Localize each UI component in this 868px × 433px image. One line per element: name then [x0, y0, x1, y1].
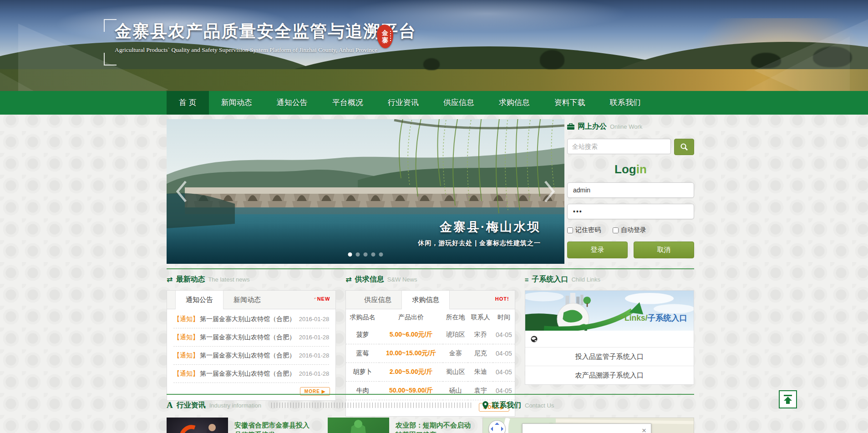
carousel-prev-button[interactable] — [175, 180, 188, 203]
new-badge: ⌐NEW — [314, 296, 330, 302]
latest-news-title-en: The latest news — [208, 276, 249, 283]
divider — [167, 268, 694, 269]
industry-news-item[interactable]: 农业部：短期内不会启动转基因口粮产... — [328, 418, 473, 433]
nav-item-demand[interactable]: 求购信息 — [487, 91, 542, 115]
news-date: 2016-01-28 — [299, 370, 330, 377]
nav-item-platform[interactable]: 平台概况 — [320, 91, 376, 115]
news-title: 第一届金寨大别山农特馆（合肥）农... — [200, 370, 295, 378]
news-list-item[interactable]: 【通知】 第一届金寨大别山农特馆（合肥）农... 2016-01-28 — [173, 365, 329, 383]
title-corner-bracket — [104, 53, 117, 65]
latest-news-title: 最新动态 — [176, 275, 205, 284]
login-title: Login — [567, 162, 694, 176]
industry-news-title: 安徽省合肥市金寨县投入品监管系统发... — [228, 418, 312, 433]
cell-product: 牛肉 — [346, 382, 379, 400]
news-list-item[interactable]: 【通知】 第一届金寨大别山农特馆（合肥）农... 2016-01-28 — [173, 347, 329, 365]
table-row[interactable]: 菠萝 5.00~6.00元/斤 琥珀区 宋乔 04-05 — [346, 326, 514, 344]
auto-login-label: 自动登录 — [621, 226, 646, 234]
divider — [167, 394, 694, 395]
news-date: 2016-01-28 — [299, 316, 330, 322]
password-field[interactable] — [567, 204, 694, 219]
industry-title-en: Industry information — [209, 402, 261, 409]
carousel-next-button[interactable] — [543, 180, 556, 203]
news-tag: 【通知】 — [173, 352, 199, 360]
carousel-dot[interactable] — [356, 252, 360, 257]
table-row[interactable]: 牛肉 50.00~59.00/斤 砀山 袁宇 04-05 — [346, 382, 514, 400]
tab-supply-info[interactable]: 供应信息 — [354, 291, 401, 309]
table-row[interactable]: 胡萝卜 2.00~5.00元/斤 蜀山区 朱迪 04-05 — [346, 363, 514, 382]
cancel-button[interactable]: 取消 — [634, 242, 694, 258]
arrow-up-to-line-icon — [782, 394, 793, 405]
carousel-caption-title: 金寨县·梅山水坝 — [418, 219, 541, 235]
demand-table-header-row: 求购品名 产品出价 所在地 联系人 时间 — [346, 309, 514, 326]
latest-news-card: 通知公告 新闻动态 ⌐NEW 【通知】 第一届金寨大别山农特馆（合肥）农... … — [167, 290, 336, 401]
username-field[interactable] — [567, 182, 694, 198]
remember-label: 记住密码 — [575, 226, 601, 234]
online-work-title: 网上办公 — [578, 122, 607, 131]
carousel-dot[interactable] — [348, 252, 352, 257]
search-button[interactable] — [674, 139, 694, 155]
news-list-item[interactable]: 【通知】 第一届金寨大别山农特馆（合肥）农... 2016-01-28 — [173, 310, 329, 328]
table-row[interactable]: 蓝莓 10.00~15.00元/斤 金寨 尼克 04-05 — [346, 344, 514, 363]
login-button[interactable]: 登录 — [567, 242, 628, 258]
remember-checkbox-input[interactable] — [567, 227, 573, 233]
nav-item-supply[interactable]: 供应信息 — [431, 91, 487, 115]
nav-item-industry[interactable]: 行业资讯 — [376, 91, 431, 115]
cell-product: 胡萝卜 — [346, 363, 379, 382]
contact-map[interactable]: × — [482, 418, 694, 433]
news-title: 第一届金寨大别山农特馆（合肥）农... — [200, 352, 295, 360]
cell-price: 50.00~59.00/斤 — [379, 382, 443, 400]
svg-text:Links/子系统入口: Links/子系统入口 — [624, 313, 687, 322]
cell-time: 04-05 — [493, 382, 514, 400]
remember-password-checkbox[interactable]: 记住密码 — [567, 226, 601, 234]
nav-item-downloads[interactable]: 资料下载 — [542, 91, 598, 115]
cell-product: 蓝莓 — [346, 344, 379, 363]
site-search-input[interactable] — [567, 139, 671, 154]
tab-notices[interactable]: 通知公告 — [175, 291, 223, 309]
cell-location: 金寨 — [443, 344, 468, 363]
nav-item-contact[interactable]: 联系我们 — [598, 91, 653, 115]
link-input-supervision[interactable]: 投入品监管子系统入口 — [525, 347, 694, 366]
col-price: 产品出价 — [379, 309, 443, 326]
vertical-lines-separator — [271, 403, 472, 408]
close-icon[interactable]: × — [642, 427, 646, 433]
seal-dots — [390, 31, 391, 42]
supply-demand-title-en: S&W News — [387, 276, 417, 283]
industry-news-title: 农业部：短期内不会启动转基因口粮产... — [389, 418, 473, 433]
contact-section: 联系我们 Contact Us × — [482, 399, 694, 433]
nav-item-home[interactable]: 首 页 — [167, 91, 209, 115]
cell-price: 10.00~15.00元/斤 — [379, 344, 443, 363]
new-badge-text: NEW — [317, 296, 330, 302]
cell-time: 04-05 — [493, 344, 514, 363]
cell-contact: 尼克 — [468, 344, 493, 363]
back-to-top-button[interactable] — [779, 390, 797, 408]
child-links-title-en: Child Links — [571, 276, 600, 283]
tab-demand-info[interactable]: 求购信息 — [401, 291, 450, 309]
seal-char: 金 — [382, 29, 388, 36]
news-list-item[interactable]: 【通知】 第一届金寨大别山农特馆（合肥）农... 2016-01-28 — [173, 328, 329, 347]
seal-char: 寨 — [382, 36, 388, 44]
col-product: 求购品名 — [346, 309, 379, 326]
industry-news-item[interactable]: 安徽省合肥市金寨县投入品监管系统发... — [167, 418, 312, 433]
link-product-trace[interactable]: 农产品溯源子系统入口 — [525, 366, 694, 384]
col-location: 所在地 — [443, 309, 468, 326]
carousel-dot[interactable] — [371, 252, 376, 257]
tree-silhouette — [540, 50, 564, 69]
child-links-banner[interactable]: Links/子系统入口 — [525, 291, 694, 331]
page: 金寨县农产品质量安全监管与追溯平台 Agricultural Products`… — [0, 0, 868, 433]
hot-badge: HOT! — [495, 296, 509, 302]
carousel-dot[interactable] — [364, 252, 368, 257]
industry-title: 行业资讯 — [177, 401, 206, 410]
auto-login-checkbox-input[interactable] — [613, 227, 619, 233]
links-banner-image: Links/子系统入口 — [525, 291, 694, 331]
globe-icon — [531, 336, 538, 342]
hero-carousel: 金寨县·梅山水坝 休闲，游玩好去处 | 金寨标志性建筑之一 — [167, 119, 564, 264]
carousel-dots — [348, 252, 383, 257]
tab-news[interactable]: 新闻动态 — [223, 291, 271, 309]
child-links-title: 子系统入口 — [532, 275, 568, 284]
site-title-block: 金寨县农产品质量安全监管与追溯平台 Agricultural Products`… — [115, 20, 416, 54]
nav-item-notices[interactable]: 通知公告 — [264, 91, 320, 115]
nav-item-news[interactable]: 新闻动态 — [209, 91, 264, 115]
carousel-caption: 金寨县·梅山水坝 休闲，游玩好去处 | 金寨标志性建筑之一 — [418, 219, 541, 247]
auto-login-checkbox[interactable]: 自动登录 — [613, 226, 646, 234]
carousel-dot[interactable] — [379, 252, 383, 257]
